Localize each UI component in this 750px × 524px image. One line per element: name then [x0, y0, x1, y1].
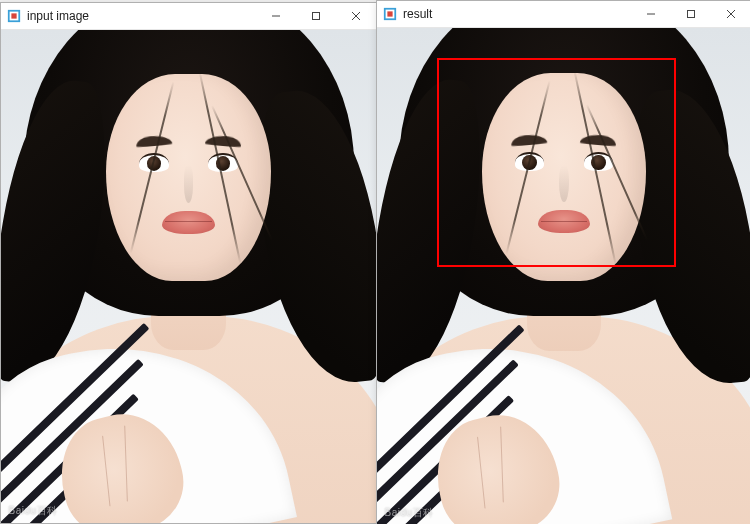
- window-controls: [256, 3, 376, 29]
- minimize-button[interactable]: [256, 3, 296, 29]
- nose: [184, 165, 194, 202]
- titlebar-input[interactable]: input image: [1, 3, 376, 30]
- minimize-icon: [646, 9, 656, 19]
- close-icon: [726, 9, 736, 19]
- eyebrow-left: [511, 134, 548, 148]
- minimize-icon: [271, 11, 281, 21]
- cv-window-icon: [7, 9, 21, 23]
- svg-rect-9: [387, 11, 392, 16]
- window-title: result: [403, 7, 432, 21]
- eyebrow-left: [135, 135, 172, 148]
- portrait-image: Baidu百科: [377, 28, 750, 524]
- maximize-icon: [686, 9, 696, 19]
- watermark: Baidu百科: [9, 504, 58, 518]
- image-viewport-input: Baidu百科: [1, 30, 376, 523]
- maximize-button[interactable]: [296, 3, 336, 29]
- window-result: result: [376, 0, 750, 524]
- desktop: input image: [0, 0, 750, 524]
- watermark: Baidu百科: [384, 506, 433, 520]
- minimize-button[interactable]: [631, 1, 671, 27]
- image-viewport-result: Baidu百科: [377, 28, 750, 524]
- titlebar-result[interactable]: result: [377, 1, 750, 28]
- svg-rect-4: [313, 13, 320, 20]
- cv-window-icon: [383, 7, 397, 21]
- window-controls: [631, 1, 750, 27]
- maximize-button[interactable]: [671, 1, 711, 27]
- svg-rect-2: [11, 13, 16, 18]
- window-title: input image: [27, 9, 89, 23]
- close-button[interactable]: [336, 3, 376, 29]
- portrait-image: Baidu百科: [1, 30, 376, 523]
- eyebrow-right: [205, 135, 242, 148]
- close-button[interactable]: [711, 1, 750, 27]
- window-input-image: input image: [0, 2, 377, 524]
- lips: [162, 211, 215, 234]
- close-icon: [351, 11, 361, 21]
- maximize-icon: [311, 11, 321, 21]
- svg-rect-11: [688, 11, 695, 18]
- lips: [538, 210, 591, 233]
- nose: [559, 165, 569, 203]
